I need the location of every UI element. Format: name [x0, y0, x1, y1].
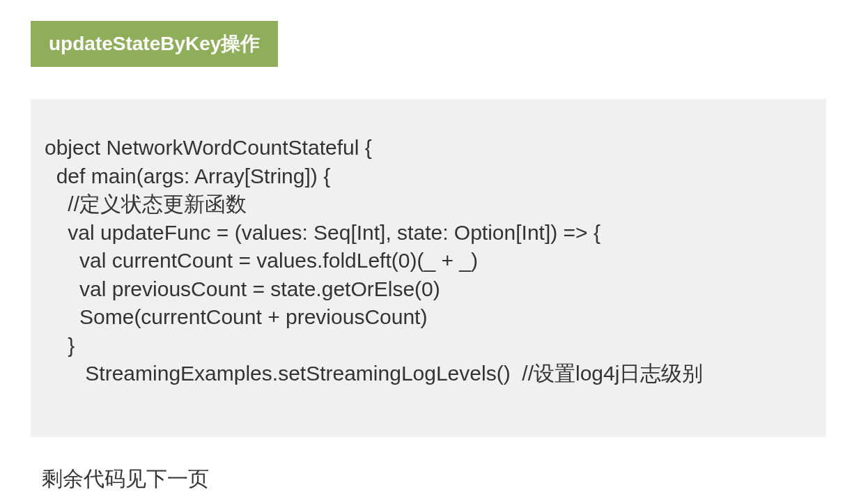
section-title: updateStateByKey操作 — [49, 33, 260, 54]
footer-note: 剩余代码见下一页 — [42, 465, 868, 493]
code-line: StreamingExamples.setStreamingLogLevels(… — [45, 360, 812, 388]
code-line: val currentCount = values.foldLeft(0)(_ … — [45, 247, 812, 275]
footer-note-text: 剩余代码见下一页 — [42, 467, 209, 490]
code-line: object NetworkWordCountStateful { — [45, 134, 812, 162]
code-line: val previousCount = state.getOrElse(0) — [45, 275, 812, 304]
code-line: Some(currentCount + previousCount) — [45, 303, 812, 332]
section-header-badge: updateStateByKey操作 — [31, 21, 278, 67]
code-line: val updateFunc = (values: Seq[Int], stat… — [45, 219, 812, 247]
code-line: //定义状态更新函数 — [45, 190, 812, 219]
code-line: } — [45, 332, 812, 360]
code-block: object NetworkWordCountStateful { def ma… — [31, 99, 826, 437]
code-line: def main(args: Array[String]) { — [45, 162, 812, 191]
